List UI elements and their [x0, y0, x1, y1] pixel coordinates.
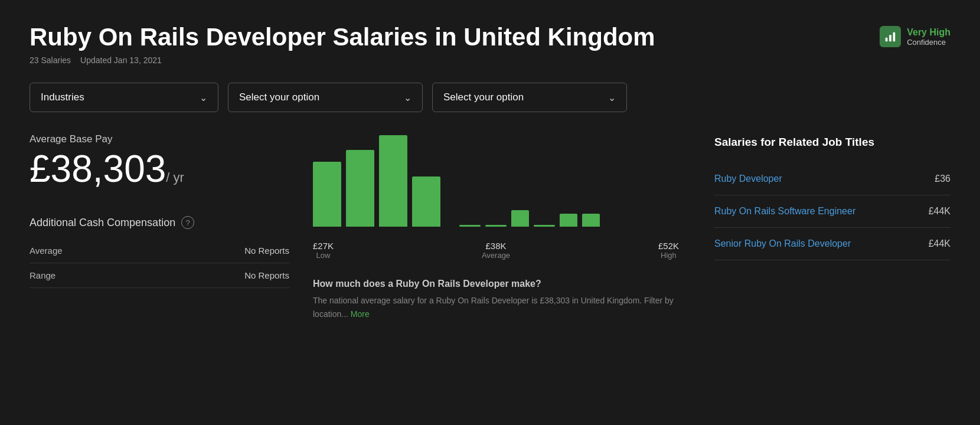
bar-line-2 [485, 225, 507, 227]
option1-dropdown[interactable]: Select your option ⌄ [228, 83, 423, 112]
bar-6 [560, 214, 577, 227]
chart-label-high: £52K High [658, 241, 679, 260]
title-block: Ruby On Rails Developer Salaries in Unit… [30, 24, 655, 65]
option1-label: Select your option [239, 91, 319, 103]
main-content: Average Base Pay £38,303/ yr Additional … [30, 133, 950, 321]
salaries-count: 23 Salaries [30, 55, 71, 65]
related-section-title: Salaries for Related Job Titles [714, 136, 950, 149]
more-link[interactable]: More [351, 309, 370, 319]
confidence-icon [880, 26, 901, 47]
filters-row: Industries ⌄ Select your option ⌄ Select… [30, 83, 950, 112]
chart-label-low: £27K Low [313, 241, 334, 260]
chevron-down-icon-3: ⌄ [608, 92, 616, 103]
avg-base-pay-label: Average Base Pay [30, 133, 289, 145]
salary-chart: £27K Low £38K Average £52K High [313, 139, 679, 260]
average-label: Average [30, 246, 63, 256]
related-item-2: Senior Ruby On Rails Developer £44K [714, 228, 950, 260]
center-panel: £27K Low £38K Average £52K High How much… [289, 133, 703, 321]
updated-date: Updated Jan 13, 2021 [80, 55, 162, 65]
high-text: High [658, 251, 679, 260]
average-value: No Reports [244, 246, 289, 256]
bar-3 [379, 135, 407, 227]
bar-1 [313, 162, 341, 227]
pay-amount: £38,303 [30, 148, 166, 190]
related-item-0: Ruby Developer £36 [714, 163, 950, 195]
bar-2 [346, 150, 374, 227]
bar-line-3 [534, 225, 555, 227]
page-title: Ruby On Rails Developer Salaries in Unit… [30, 24, 655, 51]
related-salary-1: £44K [929, 206, 950, 217]
confidence-badge: Very High Confidence [880, 26, 950, 47]
svg-rect-0 [886, 38, 888, 41]
related-job-1[interactable]: Ruby On Rails Software Engineer [714, 206, 855, 217]
chevron-down-icon-2: ⌄ [404, 92, 411, 103]
avg-value: £38K [482, 241, 510, 251]
option2-dropdown[interactable]: Select your option ⌄ [432, 83, 627, 112]
left-panel: Average Base Pay £38,303/ yr Additional … [30, 133, 289, 321]
confidence-text: Very High Confidence [907, 27, 950, 47]
related-job-2[interactable]: Senior Ruby On Rails Developer [714, 238, 851, 249]
industries-label: Industries [41, 91, 84, 103]
bar-chart-icon [884, 30, 897, 43]
desc-title: How much does a Ruby On Rails Developer … [313, 279, 679, 289]
chart-labels: £27K Low £38K Average £52K High [313, 241, 679, 260]
right-panel: Salaries for Related Job Titles Ruby Dev… [703, 133, 950, 321]
svg-rect-1 [889, 35, 891, 41]
option2-label: Select your option [443, 91, 524, 103]
subtitle: 23 Salaries Updated Jan 13, 2021 [30, 55, 655, 65]
bar-7 [582, 214, 600, 227]
bar-4 [412, 176, 440, 227]
additional-cash-section: Additional Cash Compensation ? Average N… [30, 216, 289, 288]
range-value: No Reports [244, 270, 289, 280]
industries-dropdown[interactable]: Industries ⌄ [30, 83, 218, 112]
bar-line-1 [459, 225, 481, 227]
avg-base-pay-amount: £38,303/ yr [30, 150, 289, 188]
low-text: Low [313, 251, 334, 260]
desc-text: The national average salary for a Ruby O… [313, 294, 679, 321]
additional-cash-label: Additional Cash Compensation [30, 217, 175, 229]
chevron-down-icon: ⌄ [200, 92, 207, 103]
page-container: Ruby On Rails Developer Salaries in Unit… [0, 0, 980, 344]
related-salary-2: £44K [929, 238, 950, 249]
related-item-1: Ruby On Rails Software Engineer £44K [714, 195, 950, 228]
cash-average-row: Average No Reports [30, 238, 289, 263]
confidence-level: Very High [907, 27, 950, 38]
chart-label-avg: £38K Average [482, 241, 510, 260]
info-icon[interactable]: ? [181, 216, 194, 229]
description-box: How much does a Ruby On Rails Developer … [313, 279, 679, 321]
cash-range-row: Range No Reports [30, 263, 289, 288]
bars-area [313, 139, 679, 234]
additional-cash-title: Additional Cash Compensation ? [30, 216, 289, 229]
low-value: £27K [313, 241, 334, 251]
confidence-label: Confidence [907, 38, 950, 47]
related-job-0[interactable]: Ruby Developer [714, 174, 782, 184]
related-salary-0: £36 [935, 174, 950, 184]
high-value: £52K [658, 241, 679, 251]
range-label: Range [30, 270, 55, 280]
header-section: Ruby On Rails Developer Salaries in Unit… [30, 24, 950, 65]
svg-rect-2 [893, 32, 896, 42]
per-yr: / yr [166, 170, 184, 185]
bar-5 [511, 210, 529, 227]
avg-text: Average [482, 251, 510, 260]
